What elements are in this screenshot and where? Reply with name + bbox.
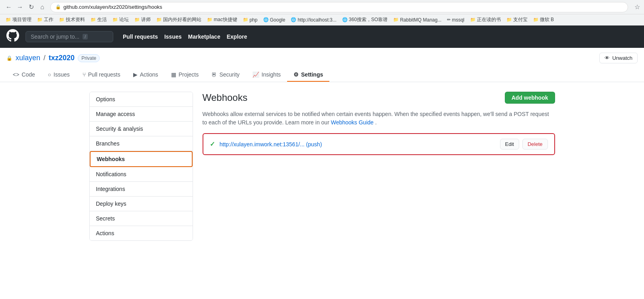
webhook-delete-button[interactable]: Delete — [522, 139, 548, 150]
folder-icon: 📁 — [243, 17, 248, 22]
unwatch-button[interactable]: 👁 Unwatch — [599, 53, 638, 63]
url-text: github.com/xulayen/txz2020/settings/hook… — [63, 4, 162, 10]
edit-icon: ✏ — [447, 17, 451, 22]
star-button[interactable]: ☆ — [634, 3, 640, 11]
bookmark-国内外好看的网站[interactable]: 📁 国内外好看的网站 — [154, 16, 204, 24]
tab-settings[interactable]: ⚙ Settings — [287, 68, 329, 82]
address-bar[interactable]: 🔒 github.com/xulayen/txz2020/settings/ho… — [50, 2, 628, 12]
github-nav: Pull requests Issues Marketplace Explore — [123, 33, 247, 40]
github-logo[interactable] — [6, 29, 19, 44]
bookmark-论坛[interactable]: 📁 论坛 — [110, 16, 131, 24]
tab-code[interactable]: <> Code — [6, 68, 41, 82]
private-badge: Private — [78, 54, 100, 62]
folder-icon: 📁 — [393, 17, 399, 22]
folder-icon: 📁 — [207, 17, 213, 22]
globe-icon: 🌐 — [263, 17, 269, 22]
webhook-edit-button[interactable]: Edit — [500, 139, 519, 150]
globe-icon: 🌐 — [342, 17, 348, 22]
nav-marketplace[interactable]: Marketplace — [188, 33, 221, 40]
bookmark-php[interactable]: 📁 php — [240, 16, 260, 24]
bookmark-微软B[interactable]: 📁 微软 B — [531, 16, 556, 24]
repo-header: 🔒 xulayen / txz2020 Private 👁 Unwatch <>… — [0, 48, 644, 82]
code-icon: <> — [13, 71, 19, 78]
webhook-url[interactable]: http://xulayen.imwork.net:13561/... (pus… — [220, 141, 322, 148]
bookmark-支付宝[interactable]: 📁 支付宝 — [504, 16, 530, 24]
lock-icon: 🔒 — [55, 4, 61, 10]
repo-owner[interactable]: xulayen — [16, 54, 40, 62]
bookmark-mssql[interactable]: ✏ mssql — [445, 16, 467, 24]
folder-icon: 📁 — [470, 17, 476, 22]
sidebar-item-secrets[interactable]: Secrets — [90, 211, 193, 226]
add-webhook-button[interactable]: Add webhook — [505, 92, 555, 104]
bookmark-项目管理[interactable]: 📁 项目管理 — [3, 16, 34, 24]
folder-icon: 📁 — [91, 17, 96, 22]
sidebar-menu: Options Manage access Security & analysi… — [89, 92, 193, 241]
repo-name[interactable]: txz2020 — [49, 54, 75, 62]
sidebar-item-branches[interactable]: Branches — [90, 136, 193, 151]
forward-button[interactable]: → — [15, 2, 25, 12]
settings-icon: ⚙ — [293, 71, 299, 78]
sidebar-item-deploy-keys[interactable]: Deploy keys — [90, 197, 193, 211]
browser-actions: ☆ — [634, 3, 640, 11]
sidebar-item-notifications[interactable]: Notifications — [90, 167, 193, 182]
sidebar-item-manage-access[interactable]: Manage access — [90, 107, 193, 122]
bookmark-生活[interactable]: 📁 生活 — [88, 16, 109, 24]
folder-icon: 📁 — [506, 17, 512, 22]
tab-issues[interactable]: ○ Issues — [41, 68, 76, 82]
nav-issues[interactable]: Issues — [164, 33, 182, 40]
bookmark-360[interactable]: 🌐 360搜索，SO靠谱 — [340, 16, 390, 24]
sidebar-item-integrations[interactable]: Integrations — [90, 182, 193, 197]
pr-icon: ⑂ — [83, 71, 86, 78]
tab-insights[interactable]: 📈 Insights — [246, 68, 287, 82]
eye-icon: 👁 — [605, 55, 610, 61]
bookmark-技术资料[interactable]: 📁 技术资料 — [57, 16, 87, 24]
webhooks-title: Webhooks — [203, 92, 248, 103]
home-button[interactable]: ⌂ — [37, 2, 47, 12]
webhooks-guide-link[interactable]: Webhooks Guide — [331, 119, 374, 126]
sidebar-item-options[interactable]: Options — [90, 92, 193, 107]
back-button[interactable]: ← — [4, 2, 14, 12]
bookmark-google[interactable]: 🌐 Google — [261, 16, 288, 24]
bookmark-rabbitmq[interactable]: 📁 RabbitMQ Manag... — [391, 16, 444, 24]
bookmark-工作[interactable]: 📁 工作 — [35, 16, 56, 24]
sidebar-item-actions[interactable]: Actions — [90, 226, 193, 240]
globe-icon: 🌐 — [291, 17, 296, 22]
folder-icon: 📁 — [134, 17, 140, 22]
sidebar-item-webhooks[interactable]: Webhooks — [90, 151, 193, 167]
folder-icon: 📁 — [6, 17, 11, 22]
nav-pull-requests[interactable]: Pull requests — [123, 33, 158, 40]
search-box[interactable]: Search or jump to... / — [26, 31, 113, 42]
webhooks-header: Webhooks Add webhook — [203, 92, 555, 104]
bookmark-mac快捷键[interactable]: 📁 mac快捷键 — [205, 16, 240, 24]
repo-separator: / — [43, 54, 45, 62]
nav-explore[interactable]: Explore — [226, 33, 247, 40]
actions-icon: ▶ — [133, 71, 138, 78]
tab-security[interactable]: ⛨ Security — [205, 68, 246, 82]
page-content: Options Manage access Security & analysi… — [83, 92, 561, 241]
webhook-list-item: ✓ http://xulayen.imwork.net:13561/... (p… — [203, 133, 555, 155]
webhook-actions: Edit Delete — [500, 139, 548, 150]
folder-icon: 📁 — [112, 17, 118, 22]
tab-projects[interactable]: ▦ Projects — [165, 68, 205, 82]
lock-icon: 🔒 — [6, 55, 12, 61]
issues-icon: ○ — [48, 71, 51, 78]
bookmark-localhost[interactable]: 🌐 http://localhost:3... — [288, 16, 339, 24]
repo-nav: <> Code ○ Issues ⑂ Pull requests ▶ Actio… — [6, 68, 638, 82]
webhooks-description: Webhooks allow external services to be n… — [203, 110, 555, 127]
webhooks-main: Webhooks Add webhook Webhooks allow exte… — [203, 92, 555, 241]
bookmark-正在读的书[interactable]: 📁 正在读的书 — [468, 16, 503, 24]
folder-icon: 📁 — [156, 17, 162, 22]
bookmarks-bar: 📁 项目管理 📁 工作 📁 技术资料 📁 生活 📁 论坛 📁 讲师 📁 国内外好… — [0, 14, 644, 26]
insights-icon: 📈 — [252, 71, 259, 78]
security-icon: ⛨ — [211, 71, 217, 78]
bookmark-讲师[interactable]: 📁 讲师 — [132, 16, 153, 24]
search-text: Search or jump to... — [31, 33, 79, 40]
tab-pull-requests[interactable]: ⑂ Pull requests — [76, 68, 127, 82]
folder-icon: 📁 — [37, 17, 43, 22]
reload-button[interactable]: ↻ — [26, 2, 36, 12]
search-shortcut: / — [83, 34, 88, 39]
tab-actions[interactable]: ▶ Actions — [127, 68, 165, 82]
sidebar-item-security-analysis[interactable]: Security & analysis — [90, 122, 193, 136]
webhook-status-icon: ✓ — [210, 140, 215, 148]
repo-title-row: 🔒 xulayen / txz2020 Private 👁 Unwatch — [6, 53, 638, 63]
